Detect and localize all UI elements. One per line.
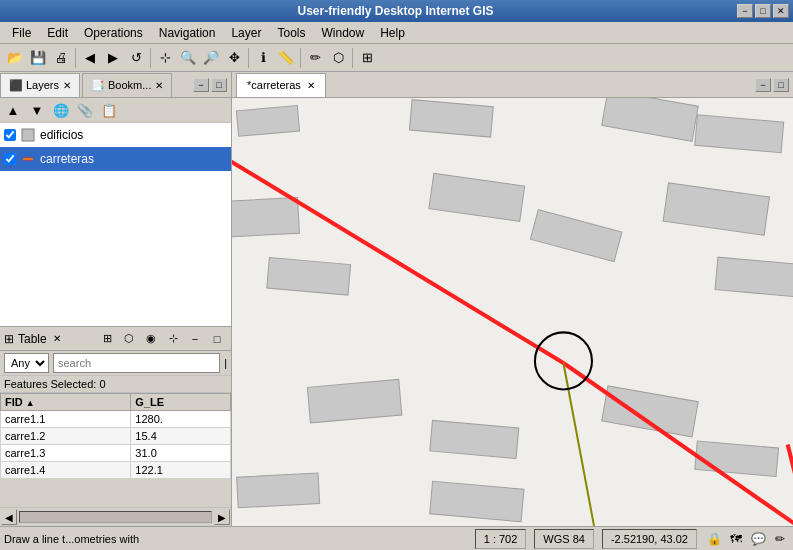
- map-ctrl-maximize[interactable]: □: [773, 78, 789, 92]
- menu-layer[interactable]: Layer: [223, 24, 269, 42]
- menu-edit[interactable]: Edit: [39, 24, 76, 42]
- table-panel: ⊞ Table ✕ ⊞ ⬡ ◉ ⊹ − □ Any | Feat: [0, 326, 231, 526]
- tab-layers-icon: ⬛: [9, 79, 23, 92]
- cell-gle-1: 15.4: [131, 428, 231, 445]
- menu-file[interactable]: File: [4, 24, 39, 42]
- status-draw-text: Draw a line t...ometries with: [4, 533, 139, 545]
- layer-down[interactable]: ▼: [26, 100, 48, 120]
- menu-window[interactable]: Window: [313, 24, 372, 42]
- table-panel-header: ⊞ Table ✕ ⊞ ⬡ ◉ ⊹ − □: [0, 327, 231, 351]
- table-bottom: ◀ ▶: [0, 507, 231, 526]
- maximize-button[interactable]: □: [755, 4, 771, 18]
- tb-grid[interactable]: ⊞: [356, 47, 378, 69]
- table-ctrl-1[interactable]: ⊞: [97, 330, 117, 348]
- layer-up[interactable]: ▲: [2, 100, 24, 120]
- panel-maximize[interactable]: □: [211, 78, 227, 92]
- map-tab-bar: *carreteras ✕ − □: [232, 72, 793, 98]
- any-dropdown[interactable]: Any: [4, 353, 49, 373]
- search-input[interactable]: [53, 353, 220, 373]
- minimize-button[interactable]: −: [737, 4, 753, 18]
- tab-bookmarks-close[interactable]: ✕: [155, 80, 163, 91]
- tb-print[interactable]: 🖨: [50, 47, 72, 69]
- scroll-track-h[interactable]: [19, 511, 212, 523]
- tb-back[interactable]: ◀: [79, 47, 101, 69]
- features-selected: Features Selected: 0: [0, 376, 231, 393]
- table-row[interactable]: carre1.4 122.1: [1, 462, 231, 479]
- map-tab-carreteras[interactable]: *carreteras ✕: [236, 73, 326, 97]
- cell-fid-1: carre1.2: [1, 428, 131, 445]
- data-table: FID ▲ G_LE carre1.1 1280.: [0, 393, 231, 479]
- tab-bookmarks[interactable]: 📑 Bookm... ✕: [82, 73, 172, 97]
- search-filter-icon[interactable]: |: [224, 357, 227, 369]
- status-icon-lock[interactable]: 🔒: [705, 530, 723, 548]
- layer-edificios-checkbox[interactable]: [4, 129, 16, 141]
- status-icon-msg[interactable]: 💬: [749, 530, 767, 548]
- table-scroll[interactable]: FID ▲ G_LE carre1.1 1280.: [0, 393, 231, 507]
- menu-bar: File Edit Operations Navigation Layer To…: [0, 22, 793, 44]
- status-icon-render[interactable]: 🗺: [727, 530, 745, 548]
- tab-layers-close[interactable]: ✕: [63, 80, 71, 91]
- scroll-left[interactable]: ◀: [1, 509, 17, 525]
- table-search-row: Any |: [0, 351, 231, 376]
- map-ctrl-minimize[interactable]: −: [755, 78, 771, 92]
- table-panel-close[interactable]: ✕: [53, 333, 61, 344]
- tb-pan[interactable]: ✥: [223, 47, 245, 69]
- cell-gle-3: 122.1: [131, 462, 231, 479]
- table-ctrl-4[interactable]: ⊹: [163, 330, 183, 348]
- tb-save[interactable]: 💾: [27, 47, 49, 69]
- left-panel: ⬛ Layers ✕ 📑 Bookm... ✕ − □ ▲ ▼ 🌐: [0, 72, 232, 526]
- table-row[interactable]: carre1.1 1280.: [1, 411, 231, 428]
- menu-tools[interactable]: Tools: [269, 24, 313, 42]
- tb-node[interactable]: ⬡: [327, 47, 349, 69]
- svg-rect-14: [307, 379, 401, 423]
- col-fid[interactable]: FID ▲: [1, 394, 131, 411]
- table-ctrl-2[interactable]: ⬡: [119, 330, 139, 348]
- map-canvas[interactable]: [232, 98, 793, 526]
- col-gle[interactable]: G_LE: [131, 394, 231, 411]
- col-fid-sort[interactable]: ▲: [26, 398, 35, 408]
- layer-carreteras-label: carreteras: [40, 152, 94, 166]
- svg-rect-8: [232, 198, 299, 238]
- table-panel-icon: ⊞: [4, 332, 14, 346]
- panel-tabs: ⬛ Layers ✕ 📑 Bookm... ✕ − □: [0, 72, 231, 98]
- tab-layers[interactable]: ⬛ Layers ✕: [0, 73, 80, 97]
- panel-minimize[interactable]: −: [193, 78, 209, 92]
- layer-remove[interactable]: 📋: [98, 100, 120, 120]
- table-row[interactable]: carre1.3 31.0: [1, 445, 231, 462]
- tb-edit[interactable]: ✏: [304, 47, 326, 69]
- layer-item-edificios[interactable]: edificios: [0, 123, 231, 147]
- close-button[interactable]: ✕: [773, 4, 789, 18]
- menu-navigation[interactable]: Navigation: [151, 24, 224, 42]
- scroll-right[interactable]: ▶: [214, 509, 230, 525]
- layer-carreteras-checkbox[interactable]: [4, 153, 16, 165]
- svg-rect-9: [267, 258, 351, 296]
- layer-item-carreteras[interactable]: carreteras: [0, 147, 231, 171]
- table-ctrl-3[interactable]: ◉: [141, 330, 161, 348]
- title-bar-title: User-friendly Desktop Internet GIS: [54, 4, 737, 18]
- svg-rect-5: [409, 100, 493, 138]
- tb-measure[interactable]: 📏: [275, 47, 297, 69]
- menu-help[interactable]: Help: [372, 24, 413, 42]
- tb-new[interactable]: 📂: [4, 47, 26, 69]
- tb-forward[interactable]: ▶: [102, 47, 124, 69]
- menu-operations[interactable]: Operations: [76, 24, 151, 42]
- status-icon-edit[interactable]: ✏: [771, 530, 789, 548]
- tb-select[interactable]: ⊹: [154, 47, 176, 69]
- cell-fid-2: carre1.3: [1, 445, 131, 462]
- layer-add[interactable]: 📎: [74, 100, 96, 120]
- cell-gle-0: 1280.: [131, 411, 231, 428]
- cell-fid-0: carre1.1: [1, 411, 131, 428]
- tb-identify[interactable]: ℹ: [252, 47, 274, 69]
- table-row[interactable]: carre1.2 15.4: [1, 428, 231, 445]
- tb-zoom-out[interactable]: 🔎: [200, 47, 222, 69]
- layer-crs[interactable]: 🌐: [50, 100, 72, 120]
- status-scale: 1 : 702: [475, 529, 527, 549]
- svg-rect-4: [236, 106, 299, 137]
- cell-gle-2: 31.0: [131, 445, 231, 462]
- map-tab-close[interactable]: ✕: [307, 80, 315, 91]
- tb-refresh[interactable]: ↺: [125, 47, 147, 69]
- table-ctrl-maximize[interactable]: □: [207, 330, 227, 348]
- table-ctrl-minimize[interactable]: −: [185, 330, 205, 348]
- map-svg: [232, 98, 793, 526]
- tb-zoom-in[interactable]: 🔍: [177, 47, 199, 69]
